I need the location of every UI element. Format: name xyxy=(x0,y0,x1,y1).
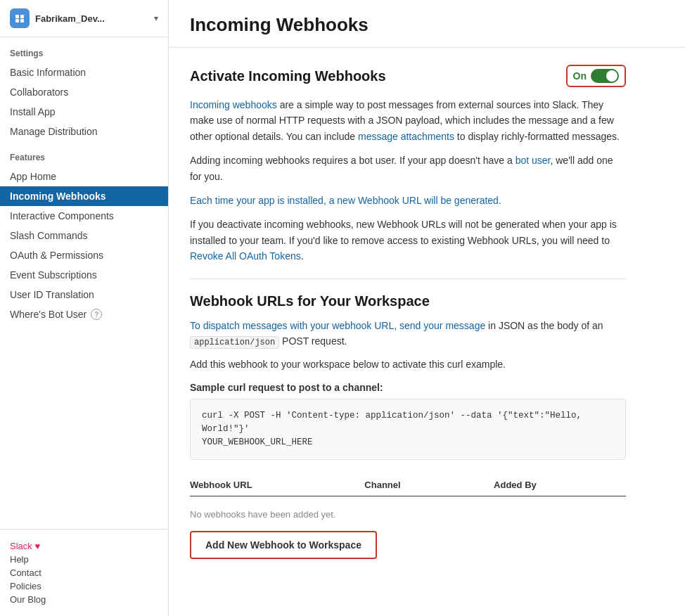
features-section-label: Features xyxy=(0,141,168,167)
description-p1: Incoming webhooks are a simple way to po… xyxy=(190,97,626,144)
content-area: Activate Incoming Webhooks On Incoming w… xyxy=(169,48,647,576)
workspace-icon xyxy=(10,8,30,28)
activate-section-header: Activate Incoming Webhooks On xyxy=(190,65,626,87)
col-webhook-url: Webhook URL xyxy=(190,474,350,496)
help-icon[interactable]: ? xyxy=(91,309,102,320)
sidebar-item-basic-information[interactable]: Basic Information xyxy=(0,63,168,82)
footer-links: Slack ♥HelpContactPoliciesOur Blog xyxy=(10,541,158,605)
dispatch-pre: To dispatch messages with your webhook U… xyxy=(190,320,445,331)
workspace-name: Fabrikam_Dev... xyxy=(35,13,148,24)
message-attachments-link[interactable]: message attachments xyxy=(358,131,454,142)
desc-p4-end: . xyxy=(301,250,304,262)
app-json-code: application/json xyxy=(190,336,279,349)
sidebar: Fabrikam_Dev... ▾ Settings Basic Informa… xyxy=(0,0,169,616)
sidebar-footer: Slack ♥HelpContactPoliciesOur Blog xyxy=(0,529,168,616)
desc-p2-pre: Adding incoming webhooks requires a bot … xyxy=(190,155,516,166)
main-content: Incoming Webhooks Activate Incoming Webh… xyxy=(169,0,685,616)
footer-link-contact[interactable]: Contact xyxy=(10,567,158,578)
toggle-label: On xyxy=(573,70,587,82)
webhook-table-head: Webhook URL Channel Added By xyxy=(190,474,626,496)
sidebar-item-event-subscriptions[interactable]: Event Subscriptions xyxy=(0,265,168,285)
sidebar-item-interactive-components[interactable]: Interactive Components xyxy=(0,206,168,226)
section-divider xyxy=(190,278,626,279)
sidebar-item-incoming-webhooks[interactable]: Incoming Webhooks xyxy=(0,186,168,206)
description-p3: Each time your app is installed, a new W… xyxy=(190,193,626,208)
desc-p4-pre: If you deactivate incoming webhooks, new… xyxy=(190,219,617,245)
page-title: Incoming Webhooks xyxy=(190,14,664,36)
toggle-container[interactable]: On xyxy=(566,65,626,87)
dispatch-post: POST request. xyxy=(279,335,347,347)
sidebar-item-slash-commands[interactable]: Slash Commands xyxy=(0,226,168,245)
add-webhook-button[interactable]: Add New Webhook to Workspace xyxy=(190,531,377,559)
activate-section-title: Activate Incoming Webhooks xyxy=(190,68,386,84)
settings-section-label: Settings xyxy=(0,37,168,63)
sidebar-item-wheres-bot-user[interactable]: Where's Bot User? xyxy=(0,304,168,324)
svg-rect-0 xyxy=(13,12,26,25)
code-line-2: YOUR_WEBHOOK_URL_HERE xyxy=(202,436,614,449)
page-header: Incoming Webhooks xyxy=(169,0,685,48)
sidebar-item-manage-distribution[interactable]: Manage Distribution xyxy=(0,122,168,141)
sidebar-item-oauth-permissions[interactable]: OAuth & Permissions xyxy=(0,245,168,265)
webhook-urls-section-title: Webhook URLs for Your Workspace xyxy=(190,293,626,309)
features-nav: App HomeIncoming WebhooksInteractive Com… xyxy=(0,167,168,324)
dispatch-mid: in JSON as the body of an xyxy=(485,320,603,331)
chevron-down-icon: ▾ xyxy=(154,13,158,23)
col-added-by: Added By xyxy=(480,474,626,496)
svg-rect-4 xyxy=(20,19,24,23)
sidebar-item-app-home[interactable]: App Home xyxy=(0,167,168,186)
workspace-selector[interactable]: Fabrikam_Dev... ▾ xyxy=(0,0,168,37)
footer-link-help[interactable]: Help xyxy=(10,554,158,565)
toggle-switch[interactable] xyxy=(591,69,619,83)
curl-code-block: curl -X POST -H 'Content-type: applicati… xyxy=(190,399,626,459)
sample-label: Sample curl request to post to a channel… xyxy=(190,382,626,393)
webhook-table: Webhook URL Channel Added By xyxy=(190,474,626,496)
footer-link-policies[interactable]: Policies xyxy=(10,581,158,591)
footer-link-slack[interactable]: Slack ♥ xyxy=(10,541,158,551)
dispatch-text: To dispatch messages with your webhook U… xyxy=(190,318,626,350)
no-webhooks-text: No webhooks have been added yet. xyxy=(190,502,626,531)
code-line-1: curl -X POST -H 'Content-type: applicati… xyxy=(202,409,614,436)
description-p4: If you deactivate incoming webhooks, new… xyxy=(190,217,626,264)
incoming-webhooks-link[interactable]: Incoming webhooks xyxy=(190,99,277,110)
message-link[interactable]: message xyxy=(445,320,485,331)
description-p2: Adding incoming webhooks requires a bot … xyxy=(190,153,626,184)
svg-rect-2 xyxy=(20,15,24,18)
svg-rect-3 xyxy=(15,19,19,23)
webhook-table-header-row: Webhook URL Channel Added By xyxy=(190,474,626,496)
sidebar-item-user-id-translation[interactable]: User ID Translation xyxy=(0,285,168,304)
bot-user-link[interactable]: bot user xyxy=(516,155,551,166)
col-channel: Channel xyxy=(350,474,480,496)
svg-rect-1 xyxy=(15,15,19,18)
settings-nav: Basic InformationCollaboratorsInstall Ap… xyxy=(0,63,168,141)
sidebar-item-install-app[interactable]: Install App xyxy=(0,102,168,122)
sidebar-item-collaborators[interactable]: Collaborators xyxy=(0,82,168,102)
add-webhook-text: Add this webhook to your workspace below… xyxy=(190,357,626,372)
footer-link-our-blog[interactable]: Our Blog xyxy=(10,594,158,605)
revoke-tokens-link[interactable]: Revoke All OAuth Tokens xyxy=(190,250,301,262)
desc-p1-end: to display richly-formatted messages. xyxy=(454,131,620,142)
